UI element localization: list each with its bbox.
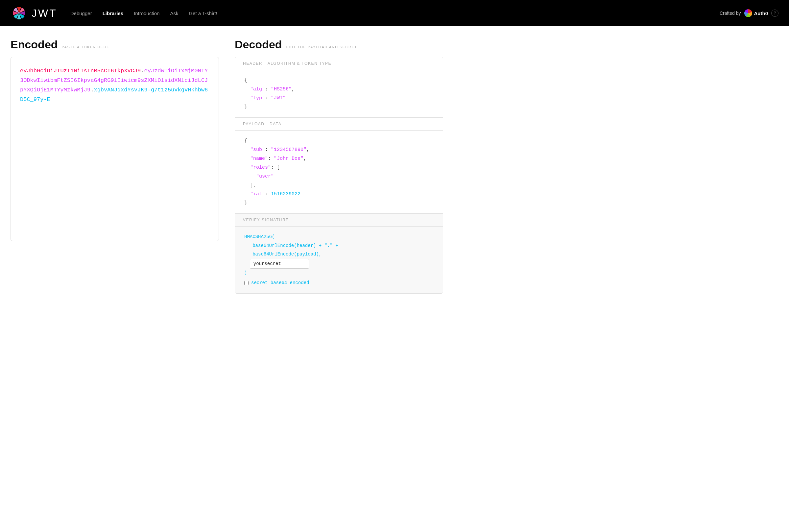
navbar-right: Crafted by Auth0 ? <box>720 9 778 17</box>
encoded-panel: Encoded PASTE A TOKEN HERE eyJhbGciOiJIU… <box>11 38 219 293</box>
verify-label: VERIFY SIGNATURE <box>243 218 289 222</box>
nav-tshirt[interactable]: Get a T-shirt! <box>189 11 217 16</box>
header-sublabel: ALGORITHM & TOKEN TYPE <box>268 61 331 66</box>
jwt-logo-icon <box>11 5 27 22</box>
encoded-dot1: . <box>141 68 144 74</box>
encoded-text: eyJhbGciOiJIUzI1NiIsInR5cCI6IkpXVCJ9.eyJ… <box>20 66 209 104</box>
decoded-panel: Decoded EDIT THE PAYLOAD AND SECRET HEAD… <box>235 38 443 293</box>
verify-line2: base64UrlEncode(header) + "." + <box>250 243 338 248</box>
verify-section-body: HMACSHA256( base64UrlEncode(header) + ".… <box>235 227 443 293</box>
payload-code: { "sub": "1234567890", "name": "John Doe… <box>244 136 434 208</box>
encoded-part1: eyJhbGciOiJIUzI1NiIsInR5cCI6IkpXVCJ9 <box>20 68 141 74</box>
verify-close-paren: ) <box>244 270 247 276</box>
navbar: JWT Debugger Libraries Introduction Ask … <box>0 0 789 26</box>
header-code: { "alg": "HS256", "typ": "JWT" } <box>244 76 434 112</box>
encoded-panel-title: Encoded PASTE A TOKEN HERE <box>11 38 219 51</box>
nav-links: Debugger Libraries Introduction Ask Get … <box>70 11 217 16</box>
help-icon[interactable]: ? <box>771 10 778 17</box>
decoded-subtitle: EDIT THE PAYLOAD AND SECRET <box>286 45 357 49</box>
encoded-box[interactable]: eyJhbGciOiJIUzI1NiIsInR5cCI6IkpXVCJ9.eyJ… <box>11 57 219 241</box>
payload-label: PAYLOAD: <box>243 122 266 126</box>
nav-ask[interactable]: Ask <box>170 11 178 16</box>
main-content: Encoded PASTE A TOKEN HERE eyJhbGciOiJIU… <box>0 26 454 304</box>
auth0-name: Auth0 <box>754 11 768 16</box>
crafted-by-label: Crafted by <box>720 11 741 16</box>
header-section-body: { "alg": "HS256", "typ": "JWT" } <box>235 70 443 118</box>
decoded-panel-title: Decoded EDIT THE PAYLOAD AND SECRET <box>235 38 443 51</box>
header-label: HEADER: <box>243 61 264 66</box>
nav-libraries[interactable]: Libraries <box>102 11 123 16</box>
logo-area: JWT <box>11 5 57 22</box>
verify-line1: HMACSHA256( <box>244 234 274 240</box>
navbar-left: JWT Debugger Libraries Introduction Ask … <box>11 5 217 22</box>
verify-code: HMACSHA256( base64UrlEncode(header) + ".… <box>244 232 434 287</box>
nav-debugger[interactable]: Debugger <box>70 11 92 16</box>
secret-input[interactable] <box>250 259 309 269</box>
payload-sublabel: DATA <box>270 122 282 126</box>
encoded-dot2: . <box>91 87 94 93</box>
auth0-icon <box>744 9 752 17</box>
encoded-subtitle: PASTE A TOKEN HERE <box>62 45 110 49</box>
header-section-header: HEADER: ALGORITHM & TOKEN TYPE <box>235 57 443 70</box>
checkbox-row: secret base64 encoded <box>244 279 434 287</box>
checkbox-label: secret base64 encoded <box>251 279 309 287</box>
decoded-sections: HEADER: ALGORITHM & TOKEN TYPE { "alg": … <box>235 57 443 293</box>
nav-introduction[interactable]: Introduction <box>134 11 159 16</box>
decoded-title: Decoded <box>235 38 282 51</box>
payload-section-body: { "sub": "1234567890", "name": "John Doe… <box>235 131 443 214</box>
base64-checkbox[interactable] <box>244 281 249 285</box>
payload-section-header: PAYLOAD: DATA <box>235 118 443 131</box>
auth0-logo[interactable]: Auth0 <box>744 9 768 17</box>
verify-line3: base64UrlEncode(payload), <box>250 251 322 257</box>
encoded-title: Encoded <box>11 38 58 51</box>
logo-text: JWT <box>32 7 57 19</box>
verify-section-header: VERIFY SIGNATURE <box>235 214 443 227</box>
